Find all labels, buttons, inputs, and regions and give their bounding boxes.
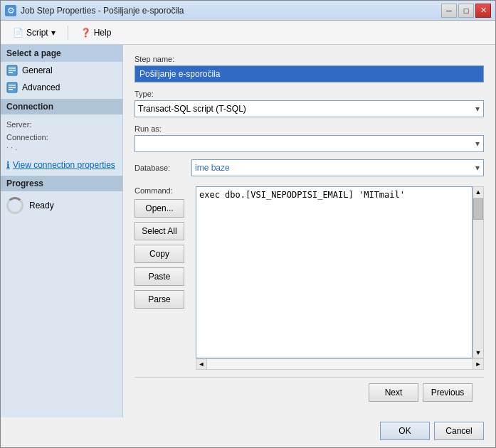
- database-select[interactable]: ime baze: [191, 159, 484, 176]
- progress-header: Progress: [1, 176, 122, 191]
- server-label: Server:: [6, 120, 117, 129]
- info-icon: ℹ: [6, 160, 10, 170]
- progress-area: Ready: [1, 191, 122, 220]
- footer: OK Cancel: [1, 417, 495, 447]
- app-icon: ⚙: [5, 5, 16, 16]
- help-button[interactable]: ❓ Help: [74, 25, 118, 41]
- sidebar-item-general[interactable]: General: [1, 62, 122, 79]
- script-button[interactable]: 📄 Script ▾: [6, 25, 62, 41]
- previous-button[interactable]: Previous: [423, 383, 473, 402]
- svg-rect-7: [9, 89, 13, 90]
- ok-button[interactable]: OK: [380, 422, 430, 440]
- view-connection-properties-link[interactable]: ℹ View connection properties: [1, 157, 122, 173]
- sidebar-item-general-label: General: [22, 65, 53, 75]
- database-label: Database:: [134, 164, 184, 172]
- help-label: Help: [94, 28, 112, 38]
- type-label: Type:: [134, 90, 484, 98]
- run-as-select[interactable]: [134, 135, 484, 152]
- type-select[interactable]: Transact-SQL script (T-SQL): [134, 100, 484, 117]
- run-as-label: Run as:: [134, 124, 484, 133]
- scroll-left-arrow[interactable]: ◄: [196, 358, 207, 370]
- script-label: Script: [26, 28, 48, 38]
- editor-area: ▲ ▼ ◄ ►: [196, 186, 484, 370]
- scroll-up-arrow[interactable]: ▲: [474, 187, 483, 197]
- paste-button[interactable]: Paste: [134, 267, 184, 286]
- title-bar: ⚙ Job Step Properties - Pošiljanje e-spo…: [1, 1, 495, 21]
- command-left: Command: Open... Select All Copy Paste P…: [134, 186, 190, 370]
- close-button[interactable]: ✕: [475, 4, 491, 18]
- ready-label: Ready: [29, 201, 54, 210]
- sidebar: Select a page General Advanced Connectio…: [1, 45, 123, 417]
- sidebar-item-advanced[interactable]: Advanced: [1, 79, 122, 96]
- connection-header: Connection: [1, 99, 122, 114]
- title-bar-buttons: ─ □ ✕: [441, 4, 491, 18]
- connection-area: Server: Connection: · · .: [1, 114, 122, 157]
- database-row: Database: ime baze: [134, 159, 484, 176]
- database-select-wrapper: ime baze: [191, 159, 484, 176]
- select-all-button[interactable]: Select All: [134, 222, 184, 240]
- next-button[interactable]: Next: [369, 383, 418, 402]
- cancel-button[interactable]: Cancel: [434, 422, 484, 440]
- horizontal-scrollbar: ◄ ►: [196, 358, 484, 370]
- command-label: Command:: [134, 186, 190, 195]
- type-row: Type: Transact-SQL script (T-SQL): [134, 90, 484, 117]
- step-name-input[interactable]: [134, 65, 484, 82]
- scroll-track: [207, 358, 473, 370]
- copy-button[interactable]: Copy: [134, 245, 184, 263]
- run-as-row: Run as:: [134, 124, 484, 152]
- command-buttons: Open... Select All Copy Paste Parse: [134, 199, 190, 309]
- toolbar: 📄 Script ▾ ❓ Help: [1, 21, 495, 45]
- title-bar-left: ⚙ Job Step Properties - Pošiljanje e-spo…: [5, 5, 184, 16]
- svg-rect-6: [9, 87, 16, 88]
- vertical-scrollbar[interactable]: ▲ ▼: [473, 186, 484, 358]
- connection-value: · · .: [6, 143, 117, 151]
- main-window: ⚙ Job Step Properties - Pošiljanje e-spo…: [0, 0, 496, 448]
- svg-rect-3: [9, 72, 13, 73]
- main-area: Select a page General Advanced Connectio…: [1, 45, 495, 417]
- type-select-wrapper: Transact-SQL script (T-SQL): [134, 100, 484, 117]
- scroll-down-arrow[interactable]: ▼: [474, 348, 483, 358]
- general-icon: [6, 65, 18, 76]
- svg-rect-1: [9, 68, 16, 69]
- command-editor[interactable]: [196, 186, 473, 358]
- editor-and-scrollbar: ▲ ▼: [196, 186, 484, 358]
- toolbar-separator: [68, 26, 68, 40]
- scroll-right-arrow[interactable]: ►: [473, 358, 484, 370]
- view-props-label: View connection properties: [13, 160, 115, 170]
- sidebar-item-advanced-label: Advanced: [22, 82, 60, 92]
- bottom-nav: Next Previous: [134, 377, 484, 407]
- scroll-thumb[interactable]: [473, 198, 483, 220]
- script-icon: 📄: [13, 28, 23, 38]
- window-title: Job Step Properties - Pošiljanje e-sporo…: [21, 6, 184, 16]
- sidebar-header: Select a page: [1, 45, 122, 62]
- minimize-button[interactable]: ─: [441, 4, 457, 18]
- script-dropdown-icon: ▾: [51, 28, 56, 38]
- svg-rect-2: [9, 70, 16, 71]
- help-icon: ❓: [80, 28, 91, 38]
- advanced-icon: [6, 82, 18, 93]
- command-section: Command: Open... Select All Copy Paste P…: [134, 186, 484, 370]
- progress-spinner: [6, 197, 23, 214]
- content-area: Step name: Type: Transact-SQL script (T-…: [123, 45, 495, 417]
- step-name-label: Step name:: [134, 55, 484, 63]
- svg-rect-5: [9, 85, 16, 86]
- open-button[interactable]: Open...: [134, 199, 184, 218]
- maximize-button[interactable]: □: [458, 4, 474, 18]
- connection-label: Connection:: [6, 133, 117, 142]
- parse-button[interactable]: Parse: [134, 290, 184, 309]
- run-as-select-wrapper: [134, 135, 484, 152]
- step-name-row: Step name:: [134, 55, 484, 82]
